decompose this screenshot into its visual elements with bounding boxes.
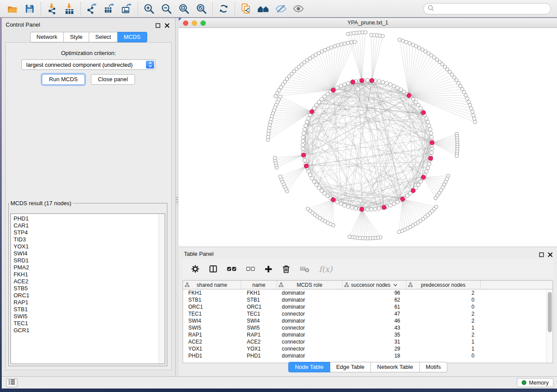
first-neighbors-icon[interactable] — [255, 1, 272, 16]
zoom-out-icon[interactable] — [158, 1, 175, 16]
column-header-successor-nodes[interactable]: successor nodes — [343, 281, 406, 289]
task-history-button[interactable] — [6, 378, 17, 387]
search-input[interactable] — [437, 6, 550, 12]
network-view-titlebar[interactable]: YPA_prune.txt_1 — [179, 18, 557, 28]
function-builder-icon: f(x) — [319, 265, 332, 274]
close-panel-button[interactable]: Close panel — [91, 74, 135, 85]
mcds-result-item[interactable]: CAR1 — [14, 222, 165, 229]
open-session-icon[interactable] — [3, 1, 21, 16]
mcds-result-item[interactable]: RAP1 — [14, 299, 165, 306]
cell-mcds-role: dominator — [277, 332, 343, 338]
tab-network[interactable]: Network — [30, 32, 64, 42]
run-mcds-button[interactable]: Run MCDS — [42, 74, 85, 85]
mcds-list-scrollbar[interactable] — [159, 214, 165, 364]
tab-edge-table[interactable]: Edge Table — [330, 362, 371, 372]
cytoscape-window: Control Panel Network Style Select MCDS … — [0, 0, 557, 392]
mcds-result-listbox[interactable]: PHD1CAR1STP4TID3YOX1SWI4SRD1PMA2FKH1ACE2… — [10, 213, 165, 364]
cell-shared-name: ACE2 — [183, 339, 241, 345]
save-session-icon[interactable] — [21, 1, 38, 16]
mcds-result-item[interactable]: GCR1 — [14, 327, 165, 334]
cell-name: STB1 — [241, 297, 277, 303]
delete-columns-icon[interactable] — [282, 265, 291, 273]
tab-node-table[interactable]: Node Table — [288, 362, 330, 372]
refresh-layout-icon[interactable] — [215, 1, 232, 16]
deselect-all-rows-icon[interactable] — [246, 265, 255, 273]
zoom-selected-icon[interactable] — [193, 1, 210, 16]
cell-mcds-role: connector — [277, 325, 343, 331]
export-network-icon[interactable] — [83, 1, 100, 16]
mcds-result-item[interactable]: ACE2 — [14, 278, 165, 285]
tab-select[interactable]: Select — [89, 32, 118, 42]
memory-button[interactable]: Memory — [517, 378, 554, 387]
table-row[interactable]: ACE2ACE2connector311 — [183, 338, 553, 345]
mcds-result-item[interactable]: SRD1 — [14, 257, 165, 264]
float-window-icon[interactable] — [539, 251, 544, 259]
mcds-result-item[interactable]: YOX1 — [14, 243, 165, 250]
mcds-result-item[interactable]: SWI4 — [14, 250, 165, 257]
tab-motifs[interactable]: Motifs — [419, 362, 447, 372]
import-network-icon[interactable] — [43, 1, 61, 16]
table-row[interactable]: STB1STB1dominator620 — [183, 296, 553, 303]
export-table-icon[interactable] — [100, 1, 118, 16]
column-visibility-icon[interactable] — [209, 265, 218, 273]
mcds-result-item[interactable]: ORC1 — [14, 292, 165, 299]
column-header-shared-name[interactable]: shared name — [183, 281, 241, 289]
table-row[interactable]: RAP1RAP1dominator352 — [183, 331, 553, 338]
cell-name: YOX1 — [241, 346, 277, 352]
float-window-icon[interactable] — [156, 22, 160, 30]
mcds-result-item[interactable]: STB5 — [14, 285, 165, 292]
close-panel-icon[interactable] — [548, 251, 553, 259]
table-row[interactable]: PHD1PHD1dominator180 — [183, 352, 553, 359]
mcds-result-item[interactable]: FKH1 — [14, 271, 165, 278]
import-table-icon[interactable] — [61, 1, 78, 16]
tab-style[interactable]: Style — [64, 32, 89, 42]
cell-shared-name: PHD1 — [183, 353, 241, 359]
cell-successor-nodes: 31 — [343, 339, 406, 345]
table-row[interactable]: TEC1TEC1connector472 — [183, 310, 553, 317]
table-row[interactable]: SWI5SWI5connector431 — [183, 324, 553, 331]
table-scrollbar-thumb[interactable] — [548, 292, 552, 332]
panel-splitter[interactable] — [176, 18, 179, 376]
cell-shared-name: YOX1 — [183, 346, 241, 352]
optimization-criterion-select[interactable]: largest connected component (undirected) — [21, 59, 156, 70]
table-row[interactable]: SWI4SWI4dominator462 — [183, 317, 553, 324]
zoom-in-icon[interactable] — [140, 1, 158, 16]
table-scrollbar[interactable] — [547, 289, 553, 363]
node-table: shared name name MCDS role successor nod… — [183, 280, 553, 363]
clone-network-icon[interactable] — [237, 1, 255, 16]
cell-predecessor-nodes: 2 — [406, 318, 481, 324]
table-options-icon[interactable] — [191, 265, 200, 273]
search-box[interactable] — [423, 3, 551, 14]
mcds-result-item[interactable]: PMA2 — [14, 264, 165, 271]
mcds-result-item[interactable]: TID3 — [14, 236, 165, 243]
mcds-result-item[interactable]: TEC1 — [14, 320, 165, 327]
table-row[interactable]: FKH1FKH1dominator962 — [183, 289, 553, 296]
table-row[interactable]: YOX1YOX1connector291 — [183, 345, 553, 352]
tab-network-table[interactable]: Network Table — [371, 362, 419, 372]
hide-selected-icon[interactable] — [272, 1, 290, 16]
toolbar-separator — [235, 2, 235, 15]
mcds-result-item[interactable]: STB1 — [14, 306, 165, 313]
cell-name: TEC1 — [241, 311, 277, 317]
mcds-result-item[interactable]: PHD1 — [14, 215, 165, 222]
mcds-result-item[interactable]: STP4 — [14, 229, 165, 236]
tab-mcds[interactable]: MCDS — [118, 32, 147, 42]
mcds-result-list: PHD1CAR1STP4TID3YOX1SWI4SRD1PMA2FKH1ACE2… — [11, 214, 165, 334]
select-all-rows-icon[interactable] — [227, 265, 237, 273]
column-header-mcds-role[interactable]: MCDS role — [277, 281, 343, 289]
column-header-name[interactable]: name — [241, 281, 277, 289]
cell-mcds-role: connector — [277, 346, 343, 352]
network-canvas[interactable] — [179, 28, 557, 247]
zoom-fit-icon[interactable] — [175, 1, 193, 16]
close-panel-icon[interactable] — [165, 22, 170, 30]
column-label: MCDS role — [297, 282, 322, 288]
cell-predecessor-nodes: 1 — [406, 325, 481, 331]
export-image-icon[interactable] — [118, 1, 135, 16]
mcds-result-item[interactable]: SWI5 — [14, 313, 165, 320]
table-body: FKH1FKH1dominator962STB1STB1dominator620… — [183, 289, 553, 359]
network-graph[interactable] — [179, 28, 557, 247]
add-column-icon[interactable] — [264, 265, 273, 273]
column-header-predecessor-nodes[interactable]: predecessor nodes — [406, 281, 481, 289]
show-all-icon[interactable] — [290, 1, 307, 16]
table-row[interactable]: ORC1ORC1dominator610 — [183, 303, 553, 310]
